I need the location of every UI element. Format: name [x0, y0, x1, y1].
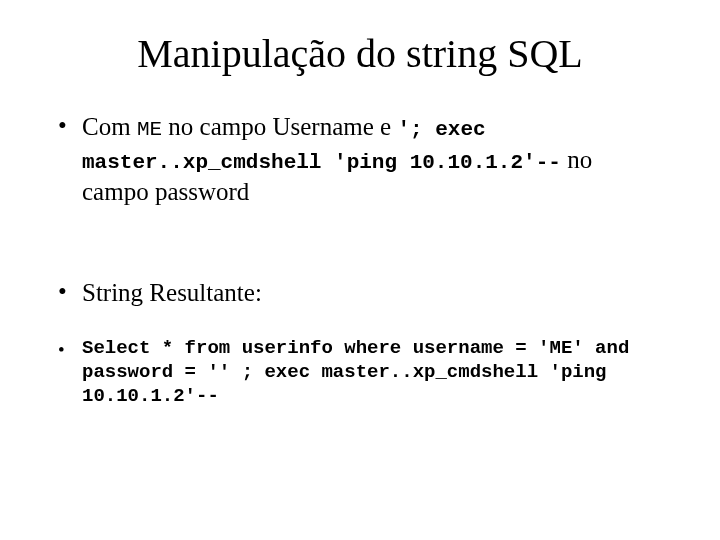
slide-title: Manipulação do string SQL: [58, 30, 662, 77]
slide: Manipulação do string SQL • Com ME no ca…: [0, 0, 720, 540]
text-fragment: no campo Username e: [162, 113, 397, 140]
spacer: [58, 237, 662, 277]
bullet-item-3: • Select * from userinfo where username …: [58, 337, 662, 408]
bullet-dot: •: [58, 337, 82, 362]
bullet-item-2: • String Resultante:: [58, 277, 662, 310]
bullet-text: String Resultante:: [82, 277, 662, 310]
text-fragment: Com: [82, 113, 137, 140]
code-fragment-me: ME: [137, 118, 162, 141]
code-block: Select * from userinfo where username = …: [82, 337, 662, 408]
bullet-dot: •: [58, 277, 82, 307]
bullet-item-1: • Com ME no campo Username e '; exec mas…: [58, 111, 662, 209]
bullet-dot: •: [58, 111, 82, 141]
bullet-text: Com ME no campo Username e '; exec maste…: [82, 111, 662, 209]
